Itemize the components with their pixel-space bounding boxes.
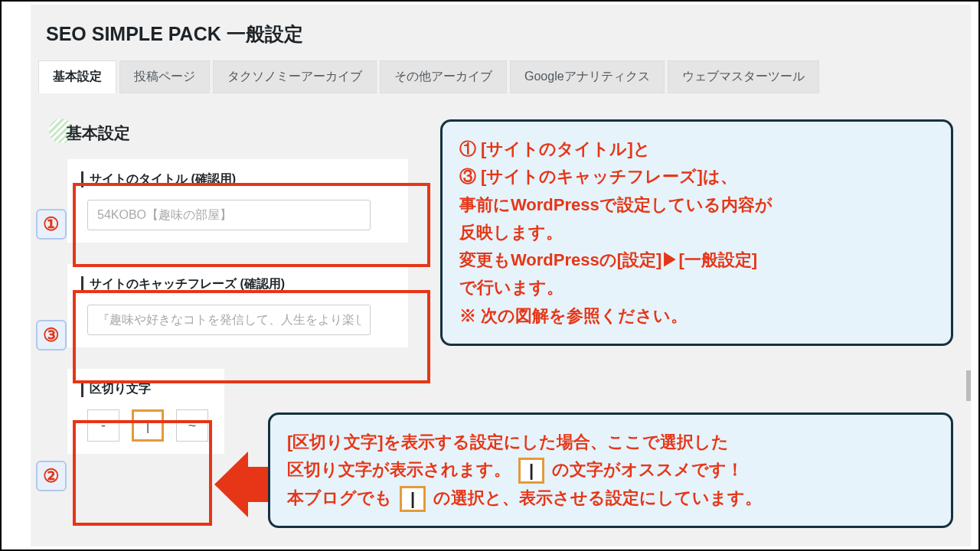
label-catchphrase: サイトのキャッチフレーズ (確認用) <box>81 276 394 292</box>
label-separator: 区切り文字 <box>81 381 211 397</box>
page-title: SEO SIMPLE PACK 一般設定 <box>31 5 971 60</box>
panel-site-title: サイトのタイトル (確認用) <box>67 159 408 243</box>
tab-posts[interactable]: 投稿ページ <box>119 60 210 93</box>
separator-options: - | ~ <box>87 409 211 442</box>
input-site-title[interactable] <box>87 200 371 230</box>
callout-top-line1: ① [サイトのタイトル]と <box>459 135 934 163</box>
callout-top-line7: ※ 次の図解を参照ください。 <box>459 302 934 330</box>
callout-bottom-line2b: の文字がオススメです！ <box>552 460 743 479</box>
badge-2: ② <box>36 461 67 491</box>
pipe-char-box-2: | <box>400 486 426 512</box>
badge-3: ③ <box>36 320 67 350</box>
callout-top-line2: ③ [サイトのキャッチフレーズ]は、 <box>459 163 934 191</box>
callout-bottom-line2: 区切り文字が表示されます。 | の文字がオススメです！ <box>287 456 934 484</box>
callout-top-line6: で行います。 <box>459 274 934 302</box>
panel-separator: 区切り文字 - | ~ <box>67 369 224 454</box>
label-site-title: サイトのタイトル (確認用) <box>81 171 394 187</box>
tab-webmaster-tools[interactable]: ウェブマスターツール <box>668 60 819 93</box>
separator-option-dash[interactable]: - <box>87 409 119 442</box>
pipe-char-box: | <box>518 458 544 484</box>
callout-bottom-line1: [区切り文字]を表示する設定にした場合、ここで選択した <box>287 429 934 456</box>
callout-top: ① [サイトのタイトル]と ③ [サイトのキャッチフレーズ]は、 事前にWord… <box>440 119 953 346</box>
callout-top-line5: 変更もWordPressの[設定]▶[一般設定] <box>459 246 934 274</box>
badge-1: ① <box>36 209 67 240</box>
separator-option-tilde[interactable]: ~ <box>176 409 208 442</box>
callout-top-line3: 事前にWordPressで設定している内容が <box>459 191 934 219</box>
scrollbar-hint[interactable] <box>966 370 971 401</box>
separator-option-pipe[interactable]: | <box>132 409 164 442</box>
callout-bottom-line3a: 本ブログでも <box>287 488 397 507</box>
tab-basic[interactable]: 基本設定 <box>38 60 116 93</box>
tab-google-analytics[interactable]: Googleアナリティクス <box>510 60 665 93</box>
callout-bottom-line3: 本ブログでも | の選択と、表示させる設定にしています。 <box>287 484 934 512</box>
tab-other-archive[interactable]: その他アーカイブ <box>380 60 507 93</box>
callout-bottom-line3b: の選択と、表示させる設定にしています。 <box>433 488 762 507</box>
tab-taxonomy-archive[interactable]: タクソノミーアーカイブ <box>213 60 377 93</box>
tabs: 基本設定 投稿ページ タクソノミーアーカイブ その他アーカイブ Googleアナ… <box>31 60 971 93</box>
panel-catchphrase: サイトのキャッチフレーズ (確認用) <box>67 264 408 347</box>
input-catchphrase[interactable] <box>87 305 371 335</box>
callout-bottom-line2a: 区切り文字が表示されます。 <box>287 460 511 479</box>
callout-top-line4: 反映します。 <box>459 219 934 246</box>
callout-bottom: [区切り文字]を表示する設定にした場合、ここで選択した 区切り文字が表示されます… <box>268 412 953 528</box>
section-heading: 基本設定 <box>66 122 130 144</box>
